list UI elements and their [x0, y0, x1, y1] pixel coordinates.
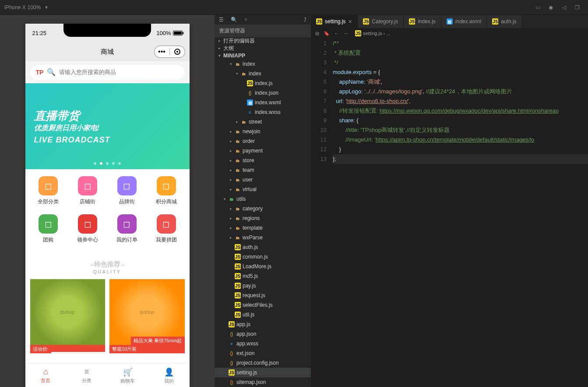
tree-row[interactable]: JSapp.js	[215, 320, 311, 329]
file-icon: 🖿	[235, 157, 241, 163]
git-icon[interactable]: ⤴	[304, 17, 306, 23]
file-icon: 🖿	[235, 234, 241, 241]
grid-label: 我的订单	[116, 236, 137, 244]
list-icon[interactable]: ☰	[219, 17, 224, 23]
editor-tab[interactable]: JSsetting.js✕	[311, 15, 358, 28]
product-card[interactable]: tpshop 精品大果 果径75mm起 整箱10斤装	[109, 279, 185, 354]
file-name: util.js	[243, 312, 254, 318]
collapse-icon[interactable]: ⊟	[315, 31, 319, 36]
tree-row[interactable]: ▾🖿index	[215, 69, 311, 78]
product-card[interactable]: tpshop 活动价: ¥45.9	[30, 279, 106, 354]
tree-row[interactable]: JSindex.js	[215, 78, 311, 88]
tree-row[interactable]: ▸🖿regions	[215, 213, 311, 223]
tree-row[interactable]: {}app.json	[215, 329, 311, 339]
banner-line1: 直播带货	[34, 108, 181, 124]
close-icon[interactable]: ✕	[348, 19, 352, 25]
tree-row[interactable]: ▸🖿payment	[215, 146, 311, 156]
tree-row[interactable]: {}sitemap.json	[215, 377, 311, 387]
tree-row[interactable]: {}index.json	[215, 88, 311, 98]
search-icon[interactable]: 🔍	[231, 17, 237, 23]
grid-item[interactable]: ◻我要拼团	[147, 214, 186, 244]
editor-tab[interactable]: ▦index.wxml	[441, 15, 487, 28]
crumb-path: setting.js › ...	[363, 31, 390, 36]
tab-item[interactable]: 🛒购物车	[107, 364, 148, 387]
popout-icon[interactable]: ❐	[570, 4, 584, 11]
tab-item[interactable]: ≡分类	[66, 364, 107, 387]
grid-item[interactable]: ◻积分商城	[147, 176, 186, 206]
grid-item[interactable]: ◻我的订单	[107, 214, 147, 244]
back-icon[interactable]: ←	[334, 31, 339, 36]
tree-row[interactable]: ▸🖿newjoin	[215, 127, 311, 136]
grid-item[interactable]: ◻领券中心	[68, 214, 107, 244]
notch	[63, 24, 151, 37]
bookmark-icon[interactable]: 🔖	[324, 31, 330, 36]
search-box[interactable]: TP 🔍	[31, 65, 184, 80]
tree-row[interactable]: ≡app.wxss	[215, 339, 311, 348]
editor-tab[interactable]: JSindex.js	[404, 15, 441, 28]
search-input[interactable]	[59, 69, 179, 75]
code-lines[interactable]: /** * 系统配置 */ module.exports = { appName…	[333, 39, 588, 387]
capsule-menu[interactable]: •••	[154, 46, 185, 58]
tree-row[interactable]: ▸🖿template	[215, 223, 311, 233]
file-name: team	[243, 167, 254, 173]
tree-row[interactable]: JSpay.js	[215, 281, 311, 291]
file-name: ext.json	[236, 350, 254, 356]
tab-item[interactable]: 👤我的	[148, 364, 190, 387]
tree-row[interactable]: ▦index.wxml	[215, 98, 311, 107]
file-name: pay.js	[243, 283, 256, 289]
file-icon: 🖿	[235, 206, 241, 212]
tree-row[interactable]: JSsetting.js	[215, 368, 311, 377]
tree-row[interactable]: ▸🖿category	[215, 204, 311, 213]
grid-icon: ◻	[78, 214, 97, 234]
close-target-icon[interactable]	[170, 49, 185, 55]
tree-row[interactable]: JScommon.js	[215, 252, 311, 262]
tree-row[interactable]: {}ext.json	[215, 348, 311, 358]
file-icon: 🖿	[229, 196, 235, 202]
grid-item[interactable]: ◻店铺街	[68, 176, 107, 206]
tree-row[interactable]: ▸🖿virtual	[215, 185, 311, 194]
section-project[interactable]: ▾MINIAPP	[215, 52, 311, 59]
mute-icon[interactable]: ◁	[557, 4, 570, 11]
tree-row[interactable]: ▸🖿wxParse	[215, 233, 311, 242]
hero-banner[interactable]: 直播带货 优质厨房日用小家电! LIVE BROADCAST	[25, 83, 190, 169]
file-name: wxParse	[243, 234, 263, 241]
editor-tab[interactable]: JSCategory.js	[358, 15, 404, 28]
tree-row[interactable]: ▸🖿order	[215, 136, 311, 146]
section-open-editors[interactable]: ▸打开的编辑器	[215, 37, 311, 45]
tab-icon: ⌂	[43, 367, 48, 376]
tab-label: 首页	[41, 377, 50, 384]
battery-icon	[173, 31, 183, 36]
section-outline[interactable]: ▸大纲	[215, 45, 311, 52]
menu-dots-icon[interactable]: •••	[155, 48, 169, 56]
tree-row[interactable]: JSutil.js	[215, 310, 311, 320]
tab-label: index.wxml	[455, 18, 481, 25]
forward-icon[interactable]: →	[343, 31, 348, 36]
branch-icon[interactable]: ⑂	[244, 17, 247, 23]
tree-row[interactable]: ▸🖿team	[215, 165, 311, 175]
tree-row[interactable]: ≡index.wxss	[215, 107, 311, 117]
tree-row[interactable]: {}project.config.json	[215, 358, 311, 368]
phone-icon[interactable]: ▭	[531, 4, 544, 11]
grid-icon: ◻	[157, 176, 176, 195]
grid-item[interactable]: ◻全部分类	[29, 176, 68, 206]
grid-item[interactable]: ◻品牌街	[107, 176, 147, 206]
record-icon[interactable]: ◉	[544, 4, 557, 11]
tree-row[interactable]: JSrequest.js	[215, 291, 311, 300]
tree-row[interactable]: ▸🖿store	[215, 156, 311, 165]
tree-row[interactable]: JSmd5.js	[215, 271, 311, 281]
banner-line3: LIVE BROADCAST	[34, 135, 181, 145]
tree-row[interactable]: ▾🖿index	[215, 59, 311, 69]
tree-row[interactable]: ▾🖿utils	[215, 194, 311, 204]
tree-row[interactable]: JSselectFiles.js	[215, 300, 311, 310]
tab-item[interactable]: ⌂首页	[25, 364, 67, 387]
grid-item[interactable]: ◻团购	[29, 214, 68, 244]
battery-pct: 100%	[156, 30, 171, 36]
editor-tab[interactable]: JSauth.js	[487, 15, 522, 28]
code-area[interactable]: 12345678910111213 /** * 系统配置 */ module.e…	[311, 39, 588, 387]
tree-row[interactable]: JSLoadMore.js	[215, 262, 311, 271]
tree-row[interactable]: ▸🖿street	[215, 117, 311, 127]
tree-row[interactable]: JSauth.js	[215, 242, 311, 252]
device-selector[interactable]: iPhone X 100% ▼	[4, 4, 48, 11]
file-name: index.js	[255, 80, 273, 86]
tree-row[interactable]: ▸🖿user	[215, 175, 311, 185]
